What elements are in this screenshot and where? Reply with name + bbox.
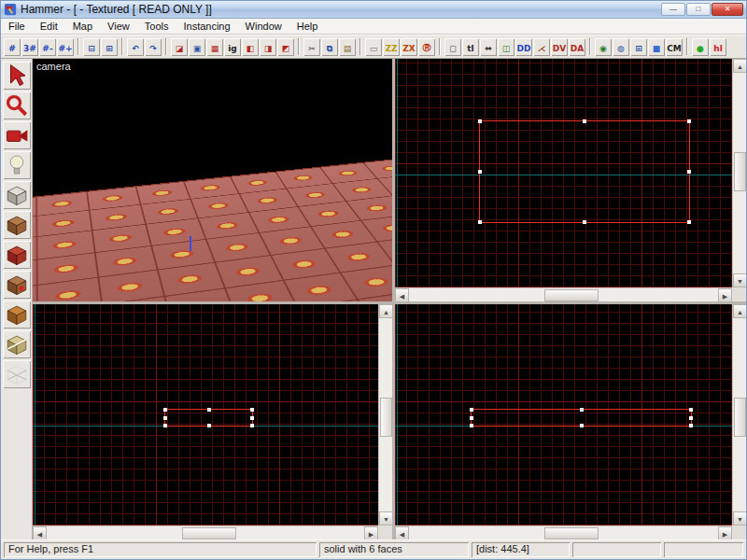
texture-scale-lock-icon[interactable]: ⇔	[480, 38, 497, 56]
scroll-up-icon[interactable]: ▲	[379, 304, 392, 318]
scroll-right-icon[interactable]: ▶	[718, 526, 732, 539]
scroll-down-icon[interactable]: ▼	[733, 273, 746, 287]
menu-item-file[interactable]: File	[1, 19, 33, 35]
smaller-grid-icon[interactable]: #-	[39, 38, 56, 56]
scroll-down-icon[interactable]: ▼	[379, 511, 392, 525]
viewport-2d-top-right[interactable]: ▲▼ ◀▶	[395, 59, 746, 301]
help-topics-icon[interactable]: hl	[710, 38, 726, 56]
selection-handle[interactable]	[207, 424, 211, 427]
close-button[interactable]: ✕	[712, 3, 743, 16]
selection-rectangle[interactable]	[164, 409, 253, 427]
texture-lock-icon[interactable]: tl	[462, 38, 479, 56]
scroll-left-icon[interactable]: ◀	[33, 526, 47, 539]
menu-item-edit[interactable]: Edit	[33, 19, 65, 35]
clipping-tool-icon[interactable]	[3, 330, 31, 358]
displacement-mask-icon[interactable]: ⊞	[630, 38, 647, 56]
cordon-icon[interactable]: ▭	[365, 38, 382, 56]
check-map-icon[interactable]: CM	[666, 38, 683, 56]
selection-handle[interactable]	[207, 408, 211, 412]
selection-handle[interactable]	[478, 119, 482, 123]
menu-item-instancing[interactable]: Instancing	[176, 19, 237, 35]
load-window-state-icon[interactable]: ⊟	[83, 38, 100, 56]
cordon-active-icon[interactable]: ZX	[401, 38, 417, 56]
hide-unselected-icon[interactable]: ◨	[260, 38, 276, 56]
run-map-icon[interactable]: ●	[692, 38, 709, 56]
menu-item-window[interactable]: Window	[238, 19, 289, 35]
menu-item-tools[interactable]: Tools	[137, 19, 176, 35]
group-icon[interactable]: ▣	[189, 38, 205, 56]
vertical-scrollbar[interactable]: ▲▼	[732, 59, 746, 287]
viewport-2d-bottom-right[interactable]: ▲▼ ◀▶	[395, 304, 746, 539]
selection-handle[interactable]	[478, 220, 482, 224]
selection-handle[interactable]	[583, 220, 586, 224]
2d-canvas[interactable]	[395, 59, 732, 287]
selection-handle[interactable]	[478, 170, 482, 174]
magnify-tool-icon[interactable]	[3, 91, 31, 119]
horizontal-scrollbar[interactable]: ◀▶	[395, 287, 732, 301]
selection-handle[interactable]	[163, 424, 167, 427]
selection-handle[interactable]	[689, 416, 693, 420]
helpers-icon[interactable]: ⋌	[533, 38, 550, 56]
radius-culling-icon[interactable]: Ⓡ	[418, 38, 435, 56]
scrollbar-thumb[interactable]	[734, 152, 746, 191]
selection-handle[interactable]	[250, 408, 254, 412]
vertex-manipulation-tool-icon[interactable]	[3, 360, 31, 388]
menu-item-map[interactable]: Map	[65, 19, 100, 35]
scrollbar-thumb[interactable]	[544, 527, 599, 539]
scrollbar-thumb[interactable]	[182, 527, 236, 539]
carve-icon[interactable]: ◪	[171, 38, 188, 56]
scroll-right-icon[interactable]: ▶	[364, 526, 378, 539]
scroll-left-icon[interactable]: ◀	[395, 288, 409, 301]
selection-handle[interactable]	[470, 408, 473, 412]
model-fade-icon[interactable]: ◍	[613, 38, 629, 56]
apply-current-texture-tool-icon[interactable]	[3, 241, 31, 269]
scroll-down-icon[interactable]: ▼	[733, 511, 746, 525]
scrollbar-thumb[interactable]	[380, 398, 392, 437]
cut-icon[interactable]: ✂	[303, 38, 320, 56]
scrollbar-thumb[interactable]	[734, 398, 746, 437]
entity-tool-icon[interactable]	[3, 151, 31, 179]
menu-item-help[interactable]: Help	[289, 19, 326, 35]
camera-tool-icon[interactable]	[3, 121, 31, 149]
selection-rectangle[interactable]	[471, 409, 692, 427]
horizontal-scrollbar[interactable]: ◀▶	[33, 525, 378, 539]
viewport-3d-camera[interactable]: camera	[33, 59, 392, 301]
selection-handle[interactable]	[687, 170, 691, 174]
display-wire-icon[interactable]: DV	[551, 38, 568, 56]
selection-handle[interactable]	[250, 416, 254, 420]
selection-handle[interactable]	[163, 416, 167, 420]
selection-handle[interactable]	[689, 424, 693, 427]
select-touching-icon[interactable]: ◻	[444, 38, 461, 56]
textured-brush-plane[interactable]	[33, 157, 392, 301]
ungroup-icon[interactable]: ▦	[206, 38, 223, 56]
selection-handle[interactable]	[580, 408, 584, 412]
selection-handle[interactable]	[687, 220, 691, 224]
scrollbar-thumb[interactable]	[544, 289, 599, 301]
flip-faces-icon[interactable]: ◫	[498, 38, 514, 56]
2d-canvas[interactable]	[33, 304, 378, 525]
save-window-state-icon[interactable]: ⊞	[101, 38, 118, 56]
selection-handle[interactable]	[470, 416, 473, 420]
selection-tool-icon[interactable]	[3, 62, 31, 90]
selection-handle[interactable]	[250, 424, 254, 427]
selection-handle[interactable]	[689, 408, 693, 412]
scroll-right-icon[interactable]: ▶	[718, 288, 732, 301]
undo-icon[interactable]: ↶	[127, 38, 144, 56]
horizontal-scrollbar[interactable]: ◀▶	[395, 525, 732, 539]
viewport-2d-bottom-left[interactable]: ▲▼ ◀▶	[33, 304, 392, 539]
display-alpha-icon[interactable]: DA	[569, 38, 585, 56]
entity-report-icon[interactable]: ■	[648, 38, 665, 56]
block-tool-icon[interactable]	[3, 181, 31, 209]
vertical-scrollbar[interactable]: ▲▼	[378, 304, 392, 525]
cordon-edit-icon[interactable]: ZZ	[383, 38, 400, 56]
overlay-tool-icon[interactable]	[3, 301, 31, 329]
selection-handle[interactable]	[687, 119, 691, 123]
toggle-3d-grid-icon[interactable]: 3#	[21, 38, 38, 56]
scroll-left-icon[interactable]: ◀	[395, 526, 409, 539]
copy-icon[interactable]: ⧉	[321, 38, 338, 56]
menu-item-view[interactable]: View	[100, 19, 137, 35]
scroll-up-icon[interactable]: ▲	[733, 304, 746, 318]
apply-decals-tool-icon[interactable]	[3, 271, 31, 299]
2d-canvas[interactable]	[395, 304, 732, 525]
scroll-up-icon[interactable]: ▲	[733, 59, 746, 73]
